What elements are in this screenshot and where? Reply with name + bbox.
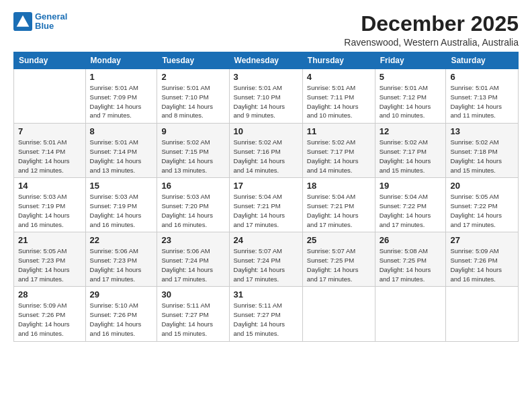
cell-w1-d3: 10Sunrise: 5:02 AM Sunset: 7:16 PM Dayli… <box>229 124 302 178</box>
cell-w4-d3: 31Sunrise: 5:11 AM Sunset: 7:27 PM Dayli… <box>229 287 302 341</box>
day-number: 4 <box>307 72 371 82</box>
cell-w2-d1: 15Sunrise: 5:03 AM Sunset: 7:19 PM Dayli… <box>85 178 157 232</box>
logo: General Blue <box>13 12 67 32</box>
cell-w1-d2: 9Sunrise: 5:02 AM Sunset: 7:15 PM Daylig… <box>157 124 229 178</box>
day-info: Sunrise: 5:01 AM Sunset: 7:12 PM Dayligh… <box>380 83 442 120</box>
day-number: 17 <box>234 181 298 191</box>
day-number: 22 <box>90 235 153 245</box>
cell-w0-d6: 6Sunrise: 5:01 AM Sunset: 7:13 PM Daylig… <box>446 69 519 124</box>
day-number: 27 <box>450 235 514 245</box>
day-info: Sunrise: 5:02 AM Sunset: 7:17 PM Dayligh… <box>307 138 371 175</box>
cell-w4-d1: 29Sunrise: 5:10 AM Sunset: 7:26 PM Dayli… <box>85 287 157 341</box>
week-row-3: 21Sunrise: 5:05 AM Sunset: 7:23 PM Dayli… <box>14 232 519 287</box>
month-title: December 2025 <box>344 12 519 36</box>
day-info: Sunrise: 5:11 AM Sunset: 7:27 PM Dayligh… <box>161 301 224 338</box>
logo-line2: Blue <box>35 21 54 31</box>
day-info: Sunrise: 5:03 AM Sunset: 7:19 PM Dayligh… <box>18 192 81 229</box>
day-number: 5 <box>380 72 442 82</box>
cell-w3-d3: 24Sunrise: 5:07 AM Sunset: 7:24 PM Dayli… <box>229 232 302 287</box>
logo-line1: General <box>35 11 67 21</box>
header-tuesday: Tuesday <box>157 52 229 69</box>
day-number: 12 <box>380 126 442 136</box>
cell-w1-d4: 11Sunrise: 5:02 AM Sunset: 7:17 PM Dayli… <box>302 124 375 178</box>
day-number: 9 <box>161 126 224 136</box>
day-number: 26 <box>380 235 442 245</box>
day-info: Sunrise: 5:10 AM Sunset: 7:26 PM Dayligh… <box>90 301 153 338</box>
cell-w3-d6: 27Sunrise: 5:09 AM Sunset: 7:26 PM Dayli… <box>446 232 519 287</box>
cell-w0-d2: 2Sunrise: 5:01 AM Sunset: 7:10 PM Daylig… <box>157 69 229 124</box>
page: General Blue December 2025 Ravenswood, W… <box>0 0 532 411</box>
day-info: Sunrise: 5:09 AM Sunset: 7:26 PM Dayligh… <box>18 301 81 338</box>
cell-w4-d2: 30Sunrise: 5:11 AM Sunset: 7:27 PM Dayli… <box>157 287 229 341</box>
day-info: Sunrise: 5:04 AM Sunset: 7:22 PM Dayligh… <box>380 192 442 229</box>
day-number: 19 <box>380 181 442 191</box>
cell-w0-d0 <box>14 69 86 124</box>
cell-w3-d2: 23Sunrise: 5:06 AM Sunset: 7:24 PM Dayli… <box>157 232 229 287</box>
cell-w0-d4: 4Sunrise: 5:01 AM Sunset: 7:11 PM Daylig… <box>302 69 375 124</box>
day-info: Sunrise: 5:09 AM Sunset: 7:26 PM Dayligh… <box>450 246 514 283</box>
day-number: 30 <box>161 289 224 300</box>
day-info: Sunrise: 5:05 AM Sunset: 7:22 PM Dayligh… <box>450 192 514 229</box>
header-sunday: Sunday <box>14 52 86 69</box>
day-info: Sunrise: 5:01 AM Sunset: 7:10 PM Dayligh… <box>161 83 224 120</box>
cell-w0-d3: 3Sunrise: 5:01 AM Sunset: 7:10 PM Daylig… <box>229 69 302 124</box>
calendar-table: Sunday Monday Tuesday Wednesday Thursday… <box>13 52 519 341</box>
day-info: Sunrise: 5:02 AM Sunset: 7:16 PM Dayligh… <box>234 138 298 175</box>
day-number: 29 <box>90 289 153 300</box>
day-number: 25 <box>307 235 371 245</box>
day-info: Sunrise: 5:05 AM Sunset: 7:23 PM Dayligh… <box>18 246 81 283</box>
day-info: Sunrise: 5:07 AM Sunset: 7:24 PM Dayligh… <box>234 246 298 283</box>
cell-w3-d5: 26Sunrise: 5:08 AM Sunset: 7:25 PM Dayli… <box>375 232 446 287</box>
day-info: Sunrise: 5:08 AM Sunset: 7:25 PM Dayligh… <box>380 246 442 283</box>
cell-w2-d6: 20Sunrise: 5:05 AM Sunset: 7:22 PM Dayli… <box>446 178 519 232</box>
cell-w2-d2: 16Sunrise: 5:03 AM Sunset: 7:20 PM Dayli… <box>157 178 229 232</box>
day-number: 10 <box>234 126 298 136</box>
day-number: 18 <box>307 181 371 191</box>
week-row-2: 14Sunrise: 5:03 AM Sunset: 7:19 PM Dayli… <box>14 178 519 232</box>
day-info: Sunrise: 5:03 AM Sunset: 7:19 PM Dayligh… <box>90 192 153 229</box>
calendar-header: Sunday Monday Tuesday Wednesday Thursday… <box>14 52 519 69</box>
day-number: 21 <box>18 235 81 245</box>
cell-w4-d5 <box>375 287 446 341</box>
cell-w1-d0: 7Sunrise: 5:01 AM Sunset: 7:14 PM Daylig… <box>14 124 86 178</box>
day-number: 20 <box>450 181 514 191</box>
cell-w3-d0: 21Sunrise: 5:05 AM Sunset: 7:23 PM Dayli… <box>14 232 86 287</box>
day-number: 1 <box>90 72 153 82</box>
header-thursday: Thursday <box>302 52 375 69</box>
cell-w3-d1: 22Sunrise: 5:06 AM Sunset: 7:23 PM Dayli… <box>85 232 157 287</box>
day-info: Sunrise: 5:03 AM Sunset: 7:20 PM Dayligh… <box>161 192 224 229</box>
header-area: General Blue December 2025 Ravenswood, W… <box>13 12 519 48</box>
header-row: Sunday Monday Tuesday Wednesday Thursday… <box>14 52 519 69</box>
day-number: 13 <box>450 126 514 136</box>
day-info: Sunrise: 5:02 AM Sunset: 7:17 PM Dayligh… <box>380 138 442 175</box>
logo-text: General Blue <box>35 12 67 32</box>
header-monday: Monday <box>85 52 157 69</box>
day-number: 3 <box>234 72 298 82</box>
day-number: 16 <box>161 181 224 191</box>
subtitle: Ravenswood, Western Australia, Australia <box>344 37 519 48</box>
header-friday: Friday <box>375 52 446 69</box>
day-info: Sunrise: 5:04 AM Sunset: 7:21 PM Dayligh… <box>307 192 371 229</box>
day-info: Sunrise: 5:01 AM Sunset: 7:10 PM Dayligh… <box>234 83 298 120</box>
day-info: Sunrise: 5:02 AM Sunset: 7:15 PM Dayligh… <box>161 138 224 175</box>
day-info: Sunrise: 5:01 AM Sunset: 7:09 PM Dayligh… <box>90 83 153 120</box>
day-number: 15 <box>90 181 153 191</box>
day-number: 31 <box>234 289 298 300</box>
logo-icon <box>13 12 32 31</box>
day-number: 8 <box>90 126 153 136</box>
day-info: Sunrise: 5:01 AM Sunset: 7:14 PM Dayligh… <box>18 138 81 175</box>
cell-w4-d0: 28Sunrise: 5:09 AM Sunset: 7:26 PM Dayli… <box>14 287 86 341</box>
cell-w0-d1: 1Sunrise: 5:01 AM Sunset: 7:09 PM Daylig… <box>85 69 157 124</box>
cell-w2-d4: 18Sunrise: 5:04 AM Sunset: 7:21 PM Dayli… <box>302 178 375 232</box>
day-info: Sunrise: 5:11 AM Sunset: 7:27 PM Dayligh… <box>234 301 298 338</box>
cell-w0-d5: 5Sunrise: 5:01 AM Sunset: 7:12 PM Daylig… <box>375 69 446 124</box>
day-number: 11 <box>307 126 371 136</box>
day-number: 14 <box>18 181 81 191</box>
week-row-4: 28Sunrise: 5:09 AM Sunset: 7:26 PM Dayli… <box>14 287 519 341</box>
day-number: 28 <box>18 289 81 300</box>
day-info: Sunrise: 5:02 AM Sunset: 7:18 PM Dayligh… <box>450 138 514 175</box>
calendar-body: 1Sunrise: 5:01 AM Sunset: 7:09 PM Daylig… <box>14 69 519 341</box>
day-number: 6 <box>450 72 514 82</box>
day-number: 23 <box>161 235 224 245</box>
day-info: Sunrise: 5:07 AM Sunset: 7:25 PM Dayligh… <box>307 246 371 283</box>
